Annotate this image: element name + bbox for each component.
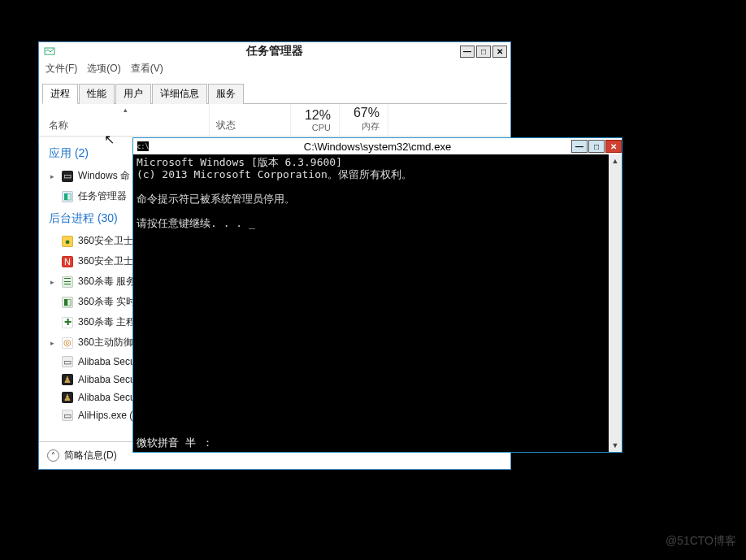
column-status[interactable]: 状态 [210, 104, 291, 136]
cmd-ime-status: 微软拼音 半 ： [137, 436, 213, 450]
tab-performance[interactable]: 性能 [79, 84, 115, 104]
scroll-down-icon[interactable]: ▼ [609, 439, 622, 452]
process-name: 360安全卫士 [78, 234, 133, 248]
process-icon: ♟ [62, 374, 73, 385]
tab-services[interactable]: 服务 [208, 84, 244, 104]
process-icon: ◧ [62, 191, 73, 202]
task-manager-titlebar[interactable]: 任务管理器 — □ ✕ [39, 42, 510, 60]
column-memory[interactable]: 67% 内存 [340, 104, 388, 136]
cmd-scrollbar[interactable]: ▲ ▼ [609, 154, 622, 452]
process-icon: ● [62, 236, 73, 247]
task-manager-tabs: 进程 性能 用户 详细信息 服务 [42, 83, 507, 104]
process-name: 360杀毒 主程 [78, 315, 136, 329]
expand-icon[interactable]: ▸ [50, 339, 57, 347]
process-name: Alibaba Secu [78, 392, 136, 403]
process-name: Alibaba Secu [78, 356, 136, 367]
expand-icon[interactable]: ▸ [50, 172, 57, 180]
tab-details[interactable]: 详细信息 [152, 84, 207, 104]
maximize-button[interactable]: □ [588, 140, 605, 153]
process-icon: ✚ [62, 317, 73, 328]
cmd-title: C:\Windows\system32\cmd.exe [133, 141, 622, 153]
process-icon: ▭ [62, 171, 73, 182]
watermark: @51CTO博客 [666, 534, 736, 549]
cmd-output[interactable]: Microsoft Windows [版本 6.3.9600] (c) 2013… [133, 154, 609, 452]
process-name: 360安全卫士 [78, 254, 133, 268]
task-manager-menubar: 文件(F) 选项(O) 查看(V) [39, 60, 510, 78]
task-manager-title: 任务管理器 [39, 44, 510, 59]
menu-options[interactable]: 选项(O) [87, 62, 120, 76]
process-icon: ♟ [62, 392, 73, 403]
process-name: AliHips.exe ( [78, 410, 132, 421]
process-icon: ▭ [62, 410, 73, 421]
menu-file[interactable]: 文件(F) [46, 62, 77, 76]
menu-view[interactable]: 查看(V) [131, 62, 163, 76]
column-name[interactable]: ▴ 名称 [39, 104, 210, 136]
cpu-label: CPU [297, 123, 331, 132]
fewer-details-label: 简略信息(D) [64, 449, 117, 462]
column-status-label: 状态 [216, 119, 236, 132]
close-button[interactable]: ✕ [605, 140, 622, 153]
cmd-titlebar[interactable]: c:\ C:\Windows\system32\cmd.exe — □ ✕ [133, 138, 622, 154]
process-icon: ▭ [62, 356, 73, 367]
process-name: 360主动防御 [78, 336, 133, 349]
scroll-up-icon[interactable]: ▲ [609, 154, 622, 167]
process-name: 任务管理器 [78, 189, 127, 203]
expand-icon[interactable]: ▸ [50, 278, 57, 286]
cpu-value: 12% [297, 108, 331, 123]
cmd-window-controls: — □ ✕ [570, 140, 622, 153]
mouse-cursor-icon: ↖ [104, 132, 115, 147]
chevron-up-icon: ˄ [47, 449, 59, 462]
process-icon: ☰ [62, 276, 73, 288]
minimize-button[interactable]: — [571, 140, 588, 153]
process-name: 360杀毒 实时 [78, 295, 136, 309]
tab-processes[interactable]: 进程 [42, 84, 78, 104]
process-icon: N [62, 256, 73, 267]
process-name: Windows 命 [78, 169, 130, 183]
process-name: 360杀毒 服务 [78, 275, 136, 289]
column-name-label: 名称 [49, 119, 202, 132]
memory-value: 67% [346, 106, 380, 120]
tab-users[interactable]: 用户 [115, 84, 151, 104]
process-icon: ◎ [62, 337, 73, 349]
process-icon: ◧ [62, 297, 73, 308]
process-name: Alibaba Secu [78, 374, 136, 385]
sort-indicator-icon: ▴ [49, 106, 202, 114]
memory-label: 内存 [346, 120, 380, 132]
column-cpu[interactable]: 12% CPU [291, 104, 340, 136]
fewer-details-toggle[interactable]: ˄ 简略信息(D) [47, 449, 117, 462]
cmd-body: Microsoft Windows [版本 6.3.9600] (c) 2013… [133, 154, 622, 452]
cmd-window: c:\ C:\Windows\system32\cmd.exe — □ ✕ Mi… [132, 137, 622, 453]
